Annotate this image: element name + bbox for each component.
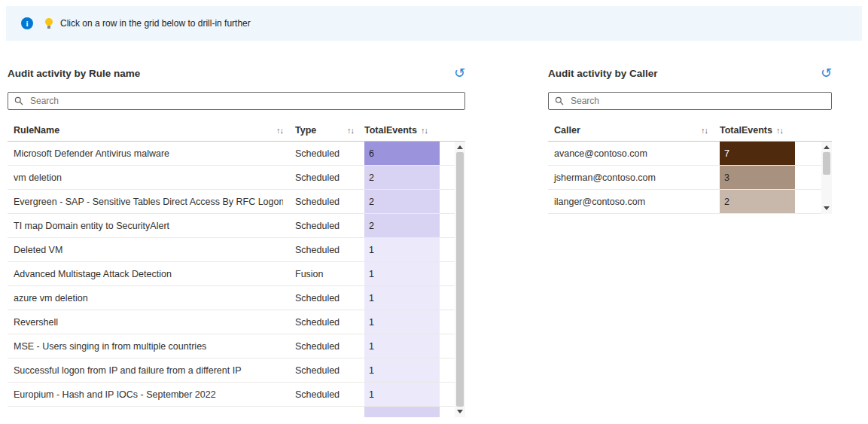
value-heat-bar: 2 <box>364 190 440 213</box>
lightbulb-base <box>47 26 50 29</box>
rules-grid-header: RuleName ↑↓ Type ↑↓ TotalEvents ↑↓ <box>8 119 465 142</box>
reset-icon[interactable]: ↺ <box>821 66 832 80</box>
table-row[interactable]: RevershellScheduled1 <box>8 310 465 334</box>
table-row[interactable]: azure vm deletionScheduled1 <box>8 286 465 310</box>
total-events-cell: 1 <box>364 358 440 382</box>
total-events-cell: 3 <box>720 166 795 189</box>
search-icon <box>14 96 23 105</box>
sort-icon[interactable]: ↑↓ <box>347 126 354 135</box>
scroll-up-arrow[interactable] <box>824 145 830 149</box>
sort-icon[interactable]: ↑↓ <box>701 126 708 135</box>
callers-panel: Audit activity by Caller ↺ Caller ↑↓ Tot… <box>548 65 832 214</box>
value-heat-bar: 1 <box>364 286 440 310</box>
scrollbar-thumb[interactable] <box>456 152 464 407</box>
scroll-down-arrow[interactable] <box>457 410 463 413</box>
rule-type-cell: Scheduled <box>295 221 354 231</box>
column-header-type[interactable]: Type ↑↓ <box>295 125 354 136</box>
total-events-cell: 1 <box>364 286 440 310</box>
rule-type-cell: Scheduled <box>295 293 354 304</box>
table-row[interactable]: avance@contoso.com7 <box>548 142 832 166</box>
value-heat-bar: 2 <box>364 214 440 237</box>
rule-name-cell: Microsoft Defender Antivirus malware <box>8 148 283 159</box>
total-events-cell: 1 <box>364 383 440 406</box>
rule-type-cell: Scheduled <box>295 389 354 400</box>
rule-type-cell: Scheduled <box>295 317 354 328</box>
callers-panel-title: Audit activity by Caller <box>548 68 658 79</box>
column-label-rulename: RuleName <box>14 125 59 136</box>
table-row[interactable]: Advanced Multistage Attack DetectionFusi… <box>8 262 465 286</box>
column-label-totalevents: TotalEvents <box>364 125 417 136</box>
rule-name-cell: Successful logon from IP and failure fro… <box>8 365 283 376</box>
rule-type-cell: Scheduled <box>295 365 354 376</box>
table-row[interactable]: Evergreen - SAP - Sensitive Tables Direc… <box>8 190 465 214</box>
rule-type-cell: Scheduled <box>295 148 354 159</box>
info-icon: i <box>21 17 33 29</box>
value-heat-bar: 1 <box>364 238 440 261</box>
table-row[interactable]: Europium - Hash and IP IOCs - September … <box>8 383 465 407</box>
scroll-down-arrow[interactable] <box>824 206 830 210</box>
sort-icon[interactable]: ↑↓ <box>421 126 428 135</box>
value-heat-bar: 1 <box>364 334 440 358</box>
sort-icon[interactable]: ↑↓ <box>276 126 283 135</box>
column-label-caller: Caller <box>554 125 580 136</box>
lightbulb-glass <box>45 18 53 26</box>
rules-panel: Audit activity by Rule name ↺ RuleName ↑… <box>8 65 465 417</box>
callers-scrollbar[interactable] <box>821 142 832 214</box>
scroll-up-arrow[interactable] <box>457 145 463 149</box>
rule-name-cell: Europium - Hash and IP IOCs - September … <box>8 389 283 400</box>
total-events-cell: 1 <box>364 334 440 358</box>
rule-type-cell: Scheduled <box>295 341 354 352</box>
total-events-cell: 7 <box>720 142 795 165</box>
callers-grid-body: avance@contoso.com7jsherman@contoso.com3… <box>548 142 832 214</box>
reset-icon[interactable]: ↺ <box>454 66 465 80</box>
callers-grid-header: Caller ↑↓ TotalEvents ↑↓ <box>548 119 832 142</box>
table-row[interactable]: Successful logon from IP and failure fro… <box>8 358 465 383</box>
table-row[interactable]: vm deletionScheduled2 <box>8 166 465 190</box>
value-heat-bar: 1 <box>364 383 440 406</box>
rule-type-cell: Fusion <box>295 269 354 279</box>
column-label-type: Type <box>295 125 316 136</box>
table-row[interactable]: Microsoft Defender Antivirus malwareSche… <box>8 142 465 166</box>
rule-name-cell: Revershell <box>8 317 283 328</box>
scrollbar-thumb[interactable] <box>823 152 830 175</box>
rules-panel-title: Audit activity by Rule name <box>8 68 140 79</box>
value-heat-bar: 2 <box>720 190 795 213</box>
callers-search-box[interactable] <box>548 92 832 110</box>
rule-name-cell: vm deletion <box>8 172 283 183</box>
value-heat-bar: 1 <box>364 262 440 285</box>
rule-type-cell: Scheduled <box>295 197 354 207</box>
rule-name-cell: Advanced Multistage Attack Detection <box>8 269 283 279</box>
table-row[interactable]: jsherman@contoso.com3 <box>548 166 832 190</box>
column-header-totalevents[interactable]: TotalEvents ↑↓ <box>720 125 795 136</box>
column-header-caller[interactable]: Caller ↑↓ <box>548 125 708 136</box>
table-row[interactable]: ilanger@contoso.com2 <box>548 190 832 214</box>
table-row[interactable]: MSE - Users singing in from multiple cou… <box>8 334 465 358</box>
column-header-totalevents[interactable]: TotalEvents ↑↓ <box>364 125 440 136</box>
rule-name-cell: Evergreen - SAP - Sensitive Tables Direc… <box>8 197 283 207</box>
rules-search-box[interactable] <box>8 92 465 110</box>
table-row[interactable]: TI map Domain entity to SecurityAlertSch… <box>8 214 465 238</box>
value-heat-bar: 2 <box>364 166 440 189</box>
total-events-cell <box>364 407 440 417</box>
value-heat-bar: 6 <box>364 142 440 165</box>
rules-search-input[interactable] <box>29 95 458 107</box>
rule-name-cell: MSE - Users singing in from multiple cou… <box>8 341 283 352</box>
sort-icon[interactable]: ↑↓ <box>776 126 783 135</box>
callers-grid: Caller ↑↓ TotalEvents ↑↓ avance@contoso.… <box>548 119 832 214</box>
rule-type-cell: Scheduled <box>295 172 354 183</box>
column-header-rulename[interactable]: RuleName ↑↓ <box>8 125 283 136</box>
rules-panel-header: Audit activity by Rule name ↺ <box>8 65 465 81</box>
search-icon <box>555 96 564 105</box>
banner-text: Click on a row in the grid below to dril… <box>60 18 251 29</box>
table-row[interactable]: Deleted VMScheduled1 <box>8 238 465 262</box>
rules-scrollbar[interactable] <box>455 142 465 417</box>
callers-search-input[interactable] <box>569 95 825 107</box>
rule-name-cell: TI map Domain entity to SecurityAlert <box>8 221 283 231</box>
caller-cell: ilanger@contoso.com <box>548 197 708 207</box>
caller-cell: jsherman@contoso.com <box>548 172 708 183</box>
total-events-cell: 1 <box>364 262 440 285</box>
value-heat-bar <box>364 407 440 417</box>
table-row[interactable] <box>8 407 465 417</box>
rules-grid: RuleName ↑↓ Type ↑↓ TotalEvents ↑↓ Micro… <box>8 119 465 417</box>
lightbulb-icon <box>45 18 53 29</box>
